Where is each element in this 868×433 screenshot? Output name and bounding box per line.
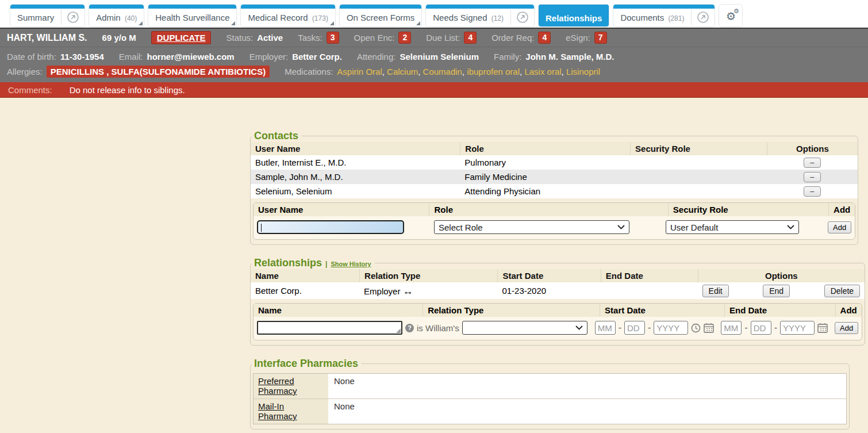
popup-icon[interactable]	[62, 6, 85, 25]
dropdown-fold-icon	[330, 21, 334, 25]
legend-pipe: |	[325, 260, 327, 268]
esign-badge[interactable]: 7	[594, 32, 607, 44]
help-icon[interactable]: ?	[405, 324, 414, 332]
relationship-name: Better Corp.	[251, 285, 359, 297]
text-caret	[261, 224, 262, 232]
gears-icon: ⚙⚙	[726, 11, 736, 22]
role-select[interactable]: Select Role	[434, 220, 629, 234]
due-list-label: Due List:	[426, 33, 460, 43]
medication-link[interactable]: Lasix oral	[524, 67, 566, 76]
relationship-start-date: 01-23-2020	[497, 285, 600, 297]
relation-type-select[interactable]	[462, 321, 587, 335]
relationship-end-date	[601, 290, 698, 292]
calendar-icon[interactable]	[704, 323, 714, 333]
end-date-dd-input[interactable]	[751, 321, 771, 335]
order-req-badge[interactable]: 4	[538, 32, 551, 44]
medications-list: Aspirin OralCalciumCoumadinibuprofen ora…	[337, 67, 600, 76]
tab-count: (173)	[312, 14, 328, 22]
contact-user-name-input[interactable]	[257, 220, 404, 234]
duplicate-flag[interactable]: DUPLICATE	[151, 31, 212, 44]
relationships-section: Relationships | Show History Name Relati…	[250, 257, 865, 346]
tab-needs-signed[interactable]: Needs Signed (12)	[426, 5, 534, 26]
medication-link[interactable]: ibuprofen oral	[467, 67, 524, 76]
start-date-yyyy-input[interactable]	[654, 321, 688, 335]
allergies-alert[interactable]: PENICILLINS , SULFA(SULFONAMIDE ANTIBIOT…	[47, 66, 270, 78]
family-value: John M. Sample, M.D.	[525, 52, 614, 62]
show-history-link[interactable]: Show History	[331, 260, 371, 267]
medications-label: Medications:	[285, 67, 333, 76]
dob-label: Date of birth:	[7, 52, 56, 62]
tab-count: (281)	[668, 14, 684, 22]
contact-security-role	[630, 176, 767, 178]
time-picker-icon[interactable]	[691, 323, 701, 333]
tab-medical-record[interactable]: Medical Record (173)	[241, 5, 335, 26]
tab-label: Needs Signed	[433, 13, 487, 22]
open-enc-badge[interactable]: 2	[398, 32, 411, 44]
col-options: Options	[698, 269, 865, 282]
add-relationship-header: Name Relation Type Start Date End Date A…	[254, 304, 862, 317]
tab-count: (40)	[125, 14, 137, 22]
col-user-name: User Name	[251, 142, 460, 155]
add-relationship-form: Name Relation Type Start Date End Date A…	[253, 303, 862, 340]
col-user-name: User Name	[254, 203, 429, 216]
contacts-table: User Name Role Security Role Options But…	[251, 142, 858, 198]
end-relationship-button[interactable]: End	[763, 285, 790, 297]
open-enc-label: Open Enc:	[354, 33, 395, 43]
remove-contact-button[interactable]: –	[804, 186, 821, 197]
start-date-mm-input[interactable]	[595, 321, 616, 335]
tab-count: (12)	[491, 14, 504, 22]
medication-link[interactable]: Calcium	[387, 67, 423, 76]
pharmacies-table: Preferred Pharmacy None Mail-In Pharmacy…	[253, 373, 847, 424]
tab-documents[interactable]: Documents (281)	[613, 5, 715, 26]
possessive-hint: is William's	[417, 323, 459, 333]
tab-relationships[interactable]: Relationships	[539, 5, 609, 26]
tab-summary[interactable]: Summary	[10, 5, 85, 26]
due-list-badge[interactable]: 4	[464, 32, 477, 44]
contact-row: Selenium, Selenium Attending Physician –	[251, 184, 858, 198]
relationship-name-input[interactable]	[257, 321, 402, 335]
col-role: Role	[429, 203, 667, 216]
add-relationship-inputs: ? is William's - -	[254, 317, 862, 340]
pharmacy-row: Mail-In Pharmacy None	[254, 399, 846, 424]
chevron-down-icon	[575, 325, 583, 330]
add-contact-header: User Name Role Security Role Add	[254, 203, 855, 216]
edit-relationship-button[interactable]: Edit	[702, 285, 729, 297]
contact-row: Sample, John M., M.D. Family Medicine –	[251, 170, 858, 184]
tasks-badge[interactable]: 3	[327, 32, 339, 44]
tab-on-screen-forms[interactable]: On Screen Forms	[340, 5, 421, 26]
email-label: Email:	[119, 52, 143, 62]
medication-link[interactable]: Lisinopril	[566, 67, 600, 76]
security-role-select[interactable]: User Default	[666, 220, 799, 234]
patient-header-bar: HART, WILLIAM S. 69 y/o M DUPLICATE Stat…	[0, 28, 868, 47]
contact-security-role	[630, 162, 767, 164]
popup-icon[interactable]	[692, 6, 715, 25]
tab-label: Health Surveillance	[148, 8, 236, 24]
contact-user-name: Selenium, Selenium	[251, 185, 460, 197]
add-relationship-button[interactable]: Add	[835, 322, 858, 334]
esign-label: eSign:	[566, 33, 590, 43]
remove-contact-button[interactable]: –	[804, 158, 821, 168]
contact-role: Family Medicine	[460, 171, 630, 183]
tab-health-surveillance[interactable]: Health Surveillance	[148, 5, 236, 26]
medication-link[interactable]: Aspirin Oral	[337, 67, 387, 76]
popup-icon[interactable]	[511, 6, 534, 25]
end-date-yyyy-input[interactable]	[780, 321, 815, 335]
start-date-dd-input[interactable]	[624, 321, 645, 335]
status-label: Status:	[226, 33, 253, 43]
remove-contact-button[interactable]: –	[804, 172, 821, 182]
tab-admin[interactable]: Admin (40)	[89, 5, 144, 26]
medication-link[interactable]: Coumadin	[423, 67, 467, 76]
attending-value: Selenium Selenium	[400, 52, 479, 62]
end-date-mm-input[interactable]	[721, 321, 742, 335]
delete-relationship-button[interactable]: Delete	[824, 285, 860, 297]
add-contact-button[interactable]: Add	[828, 221, 851, 233]
mail-in-pharmacy-link[interactable]: Mail-In Pharmacy	[258, 401, 297, 421]
tab-settings[interactable]: ⚙⚙	[719, 5, 742, 26]
patient-name: HART, WILLIAM S.	[7, 33, 87, 43]
calendar-icon[interactable]	[817, 323, 828, 333]
status-value: Active	[257, 33, 283, 43]
attending-label: Attending:	[357, 52, 396, 62]
preferred-pharmacy-link[interactable]: Preferred Pharmacy	[258, 376, 297, 396]
date-separator: -	[744, 323, 747, 333]
comments-label: Comments:	[8, 85, 52, 95]
